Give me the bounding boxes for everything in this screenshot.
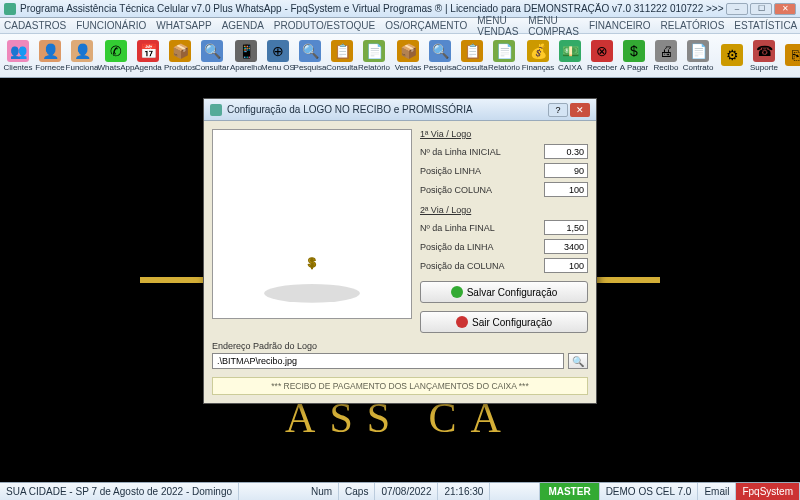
dialog-title: Configuração da LOGO NO RECIBO e PROMISS… [227, 104, 548, 115]
WhatsApp-icon: ✆ [105, 40, 127, 62]
status-date: 07/08/2022 [375, 483, 438, 500]
dialog-footer-note: *** RECIBO DE PAGAMENTO DOS LANÇAMENTOS … [212, 377, 588, 395]
toolbar-contrato[interactable]: 📄Contrato [682, 38, 714, 74]
maximize-button[interactable]: ☐ [750, 3, 772, 15]
Vendas-icon: 📦 [397, 40, 419, 62]
toolbar-clientes[interactable]: 👥Clientes [2, 38, 34, 74]
toolbar-a pagar[interactable]: $A Pagar [618, 38, 650, 74]
app-icon [4, 3, 16, 15]
status-master: MASTER [540, 483, 599, 500]
Agenda-icon: 📅 [137, 40, 159, 62]
menu-estatística[interactable]: ESTATÍSTICA [734, 20, 797, 31]
svg-point-0 [264, 284, 360, 303]
menu-relatórios[interactable]: RELATÓRIOS [661, 20, 725, 31]
dollar-sign-icon: $ [242, 144, 382, 304]
status-num: Num [305, 483, 339, 500]
Aparelho-icon: 📱 [235, 40, 257, 62]
toolbar-pesquisa[interactable]: 🔍Pesquisa [294, 38, 326, 74]
browse-button[interactable]: 🔍 [568, 353, 588, 369]
workspace: ASS CA Configuração da LOGO NO RECIBO e … [0, 78, 800, 482]
status-fpq[interactable]: FpqSystem [736, 483, 800, 500]
toolbar-fornece[interactable]: 👤Fornece [34, 38, 66, 74]
status-email[interactable]: Email [698, 483, 736, 500]
Finanças-icon: 💰 [527, 40, 549, 62]
logo-config-dialog: Configuração da LOGO NO RECIBO e PROMISS… [203, 98, 597, 404]
window-title: Programa Assistência Técnica Celular v7.… [20, 3, 726, 14]
toolbar-consulta[interactable]: 📋Consulta [456, 38, 488, 74]
toolbar-vendas[interactable]: 📦Vendas [392, 38, 424, 74]
toolbar-consulta[interactable]: 📋Consulta [326, 38, 358, 74]
logo-path-input[interactable] [212, 353, 564, 369]
f5-label: Posição da LINHA [420, 242, 494, 252]
toolbar-relatório[interactable]: 📄Relatório [488, 38, 520, 74]
dialog-titlebar: Configuração da LOGO NO RECIBO e PROMISS… [204, 99, 596, 121]
Suporte-icon: ☎ [753, 40, 775, 62]
window-controls: – ☐ ✕ [726, 3, 796, 15]
menu-menu compras[interactable]: MENU COMPRAS [528, 15, 579, 37]
logo-preview: $ [212, 129, 412, 319]
window-titlebar: Programa Assistência Técnica Celular v7.… [0, 0, 800, 18]
Pesquisa-icon: 🔍 [429, 40, 451, 62]
svg-text:$: $ [308, 255, 316, 270]
dialog-close-button[interactable]: ✕ [570, 103, 590, 117]
toolbar-suporte[interactable]: ☎Suporte [748, 38, 780, 74]
close-button[interactable]: ✕ [774, 3, 796, 15]
CAIXA-icon: 💵 [559, 40, 581, 62]
status-caps: Caps [339, 483, 375, 500]
toolbar-whatsapp[interactable]: ✆WhatsApp [100, 38, 132, 74]
config-fields: 1ª Via / Logo Nº da Linha INICIAL Posiçã… [420, 129, 588, 333]
toolbar-btn22[interactable]: ⚙ [716, 42, 748, 69]
menu-funcionário[interactable]: FUNCIONÁRIO [76, 20, 146, 31]
posicao-linha1-input[interactable] [544, 163, 588, 178]
menu-menu vendas[interactable]: MENU VENDAS [477, 15, 518, 37]
Clientes-icon: 👥 [7, 40, 29, 62]
toolbar-finanças[interactable]: 💰Finanças [522, 38, 554, 74]
menu-financeiro[interactable]: FINANCEIRO [589, 20, 651, 31]
menu-whatsapp[interactable]: WHATSAPP [156, 20, 211, 31]
exit-icon [456, 316, 468, 328]
menu-agenda[interactable]: AGENDA [222, 20, 264, 31]
A Pagar-icon: $ [623, 40, 645, 62]
linha-final-input[interactable] [544, 220, 588, 235]
group2-header: 2ª Via / Logo [420, 205, 588, 215]
menu-os/orçamento[interactable]: OS/ORÇAMENTO [385, 20, 467, 31]
toolbar-recibo[interactable]: 🖨Recibo [650, 38, 682, 74]
menu-cadastros[interactable]: CADASTROS [4, 20, 66, 31]
toolbar-consultar[interactable]: 🔍Consultar [196, 38, 228, 74]
group1-header: 1ª Via / Logo [420, 129, 588, 139]
menu-bar: CADASTROSFUNCIONÁRIOWHATSAPPAGENDAPRODUT… [0, 18, 800, 34]
linha-inicial-input[interactable] [544, 144, 588, 159]
toolbar-receber[interactable]: ⊗Receber [586, 38, 618, 74]
Produtos-icon: 📦 [169, 40, 191, 62]
toolbar-produtos[interactable]: 📦Produtos [164, 38, 196, 74]
posicao-linha2-input[interactable] [544, 239, 588, 254]
path-label: Endereço Padrão do Logo [212, 341, 588, 351]
menu-produto/estoque[interactable]: PRODUTO/ESTOQUE [274, 20, 375, 31]
toolbar-caixa[interactable]: 💵CAIXA [554, 38, 586, 74]
f2-label: Posição LINHA [420, 166, 481, 176]
Consulta-icon: 📋 [461, 40, 483, 62]
toolbar-pesquisa[interactable]: 🔍Pesquisa [424, 38, 456, 74]
Consultar-icon: 🔍 [201, 40, 223, 62]
dialog-help-button[interactable]: ? [548, 103, 568, 117]
save-config-button[interactable]: Salvar Configuração [420, 281, 588, 303]
toolbar: 👥Clientes👤Fornece👤Funciona✆WhatsApp📅Agen… [0, 34, 800, 78]
Pesquisa-icon: 🔍 [299, 40, 321, 62]
toolbar-btn24[interactable]: ⎘ [780, 42, 800, 69]
toolbar-menu os[interactable]: ⊕Menu OS [262, 38, 294, 74]
Consulta-icon: 📋 [331, 40, 353, 62]
posicao-coluna2-input[interactable] [544, 258, 588, 273]
f6-label: Posição da COLUNA [420, 261, 505, 271]
toolbar-funciona[interactable]: 👤Funciona [66, 38, 98, 74]
Receber-icon: ⊗ [591, 40, 613, 62]
f3-label: Posição COLUNA [420, 185, 492, 195]
exit-config-button[interactable]: Sair Configuração [420, 311, 588, 333]
posicao-coluna1-input[interactable] [544, 182, 588, 197]
status-gap [490, 483, 540, 500]
toolbar-aparelho[interactable]: 📱Aparelho [230, 38, 262, 74]
Recibo-icon: 🖨 [655, 40, 677, 62]
toolbar-relatório[interactable]: 📄Relatório [358, 38, 390, 74]
minimize-button[interactable]: – [726, 3, 748, 15]
toolbar-agenda[interactable]: 📅Agenda [132, 38, 164, 74]
f4-label: Nº da Linha FINAL [420, 223, 495, 233]
